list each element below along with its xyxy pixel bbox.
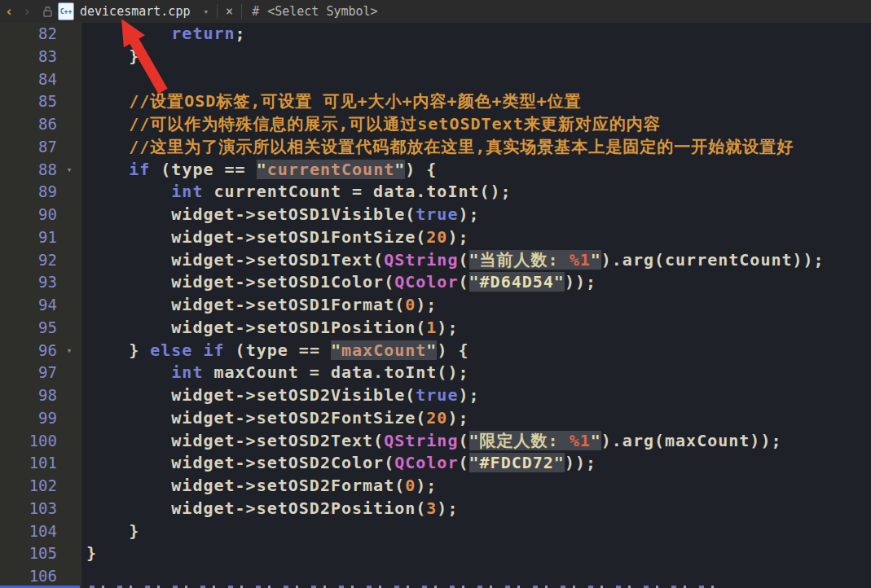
- code-line[interactable]: 92 widget->setOSD1Text(QString("当前人数: %1…: [0, 249, 871, 272]
- code-line[interactable]: 93 widget->setOSD1Color(QColor("#D64D54"…: [0, 271, 871, 294]
- fold-spacer: [57, 498, 81, 520]
- line-number[interactable]: 102: [0, 475, 57, 498]
- code-line[interactable]: 94 widget->setOSD1Format(0);: [0, 294, 871, 317]
- line-number[interactable]: 85: [0, 90, 57, 113]
- lock-icon[interactable]: [42, 6, 53, 17]
- fold-spacer: [57, 317, 81, 340]
- code-text: widget->setOSD2Position(3);: [81, 498, 871, 520]
- code-text: widget->setOSD2Visible(true);: [81, 384, 871, 407]
- line-number[interactable]: 106: [0, 565, 57, 588]
- editor-toolbar: ‹ › C++ devicesmart.cpp ▾ × # <Select Sy…: [0, 0, 871, 23]
- fold-spacer: [57, 23, 81, 46]
- line-number[interactable]: 99: [0, 407, 57, 430]
- fold-spacer: [57, 90, 81, 113]
- document-tab-filename[interactable]: devicesmart.cpp: [80, 4, 190, 19]
- forward-icon[interactable]: ›: [18, 3, 36, 20]
- code-text: int maxCount = data.toInt();: [81, 362, 871, 384]
- close-icon[interactable]: ×: [226, 4, 233, 19]
- fold-marker-icon[interactable]: ▾: [57, 340, 81, 362]
- code-editor[interactable]: 82 return;83 }8485 //设置OSD标签,可设置 可见+大小+内…: [0, 23, 871, 588]
- code-text: //这里为了演示所以相关设置代码都放在这里,真实场景基本上是固定的一开始就设置好: [81, 136, 871, 159]
- code-text: //设置OSD标签,可设置 可见+大小+内容+颜色+类型+位置: [81, 90, 871, 113]
- line-number[interactable]: 95: [0, 317, 57, 340]
- line-number[interactable]: 104: [0, 520, 57, 543]
- code-line[interactable]: 91 widget->setOSD1FontSize(20);: [0, 226, 871, 249]
- line-number[interactable]: 97: [0, 362, 57, 384]
- line-number[interactable]: 100: [0, 430, 57, 453]
- fold-spacer: [57, 430, 81, 453]
- toolbar-divider: [241, 4, 242, 19]
- line-number[interactable]: 98: [0, 384, 57, 407]
- fold-spacer: [57, 542, 81, 565]
- code-text: widget->setOSD2FontSize(20);: [81, 407, 871, 430]
- code-line[interactable]: 99 widget->setOSD2FontSize(20);: [0, 407, 871, 430]
- line-number[interactable]: 83: [0, 46, 57, 68]
- back-icon[interactable]: ‹: [0, 3, 18, 20]
- code-line[interactable]: 101 widget->setOSD2Color(QColor("#FDCD72…: [0, 452, 871, 475]
- code-line[interactable]: 88▾ if (type == "currentCount") {: [0, 159, 871, 182]
- fold-marker-icon[interactable]: ▾: [57, 159, 81, 182]
- select-symbol-dropdown[interactable]: <Select Symbol>: [267, 4, 377, 19]
- line-number[interactable]: 86: [0, 113, 57, 136]
- code-line[interactable]: 105}: [0, 542, 871, 565]
- code-line[interactable]: 82 return;: [0, 23, 871, 46]
- fold-spacer: [57, 271, 81, 294]
- code-text: [81, 565, 871, 588]
- code-text: int currentCount = data.toInt();: [81, 181, 871, 204]
- code-line[interactable]: 96▾ } else if (type == "maxCount") {: [0, 340, 871, 362]
- toolbar-divider: [217, 4, 218, 19]
- code-line[interactable]: 83 }: [0, 46, 871, 68]
- code-text: widget->setOSD1Format(0);: [81, 294, 871, 317]
- code-area[interactable]: 82 return;83 }8485 //设置OSD标签,可设置 可见+大小+内…: [0, 23, 871, 588]
- line-number[interactable]: 105: [0, 542, 57, 565]
- code-text: widget->setOSD1FontSize(20);: [81, 226, 871, 249]
- code-line[interactable]: 103 widget->setOSD2Position(3);: [0, 498, 871, 520]
- fold-spacer: [57, 136, 81, 159]
- line-number[interactable]: 88: [0, 159, 57, 182]
- line-number[interactable]: 87: [0, 136, 57, 159]
- code-line[interactable]: 98 widget->setOSD2Visible(true);: [0, 384, 871, 407]
- code-line[interactable]: 102 widget->setOSD2Format(0);: [0, 475, 871, 498]
- line-number[interactable]: 96: [0, 340, 57, 362]
- chevron-down-icon[interactable]: ▾: [203, 7, 209, 17]
- line-number[interactable]: 92: [0, 249, 57, 272]
- code-line[interactable]: 87 //这里为了演示所以相关设置代码都放在这里,真实场景基本上是固定的一开始就…: [0, 136, 871, 159]
- code-line[interactable]: 85 //设置OSD标签,可设置 可见+大小+内容+颜色+类型+位置: [0, 90, 871, 113]
- symbol-hash-icon: #: [252, 4, 259, 19]
- line-number[interactable]: 90: [0, 204, 57, 226]
- line-number[interactable]: 103: [0, 498, 57, 520]
- code-text: widget->setOSD1Text(QString("当前人数: %1").…: [81, 249, 871, 272]
- line-number[interactable]: 91: [0, 226, 57, 249]
- line-number[interactable]: 93: [0, 271, 57, 294]
- fold-spacer: [57, 46, 81, 68]
- code-line[interactable]: 84: [0, 68, 871, 91]
- code-line[interactable]: 86 //可以作为特殊信息的展示,可以通过setOSDText来更新对应的内容: [0, 113, 871, 136]
- code-line[interactable]: 106: [0, 565, 871, 588]
- code-text: } else if (type == "maxCount") {: [81, 340, 871, 362]
- fold-spacer: [57, 68, 81, 91]
- fold-spacer: [57, 226, 81, 249]
- code-line[interactable]: 89 int currentCount = data.toInt();: [0, 181, 871, 204]
- code-line[interactable]: 104 }: [0, 520, 871, 543]
- code-line[interactable]: 100 widget->setOSD2Text(QString("限定人数: %…: [0, 430, 871, 453]
- fold-spacer: [57, 204, 81, 226]
- fold-spacer: [57, 181, 81, 204]
- code-text: if (type == "currentCount") {: [81, 159, 871, 182]
- line-number[interactable]: 84: [0, 68, 57, 91]
- code-line[interactable]: 97 int maxCount = data.toInt();: [0, 362, 871, 384]
- line-number[interactable]: 89: [0, 181, 57, 204]
- code-line[interactable]: 95 widget->setOSD1Position(1);: [0, 317, 871, 340]
- code-text: //可以作为特殊信息的展示,可以通过setOSDText来更新对应的内容: [81, 113, 871, 136]
- code-text: widget->setOSD1Visible(true);: [81, 204, 871, 226]
- line-number[interactable]: 101: [0, 452, 57, 475]
- cpp-file-icon: C++: [58, 2, 74, 20]
- fold-spacer: [57, 520, 81, 543]
- code-text: widget->setOSD2Text(QString("限定人数: %1").…: [81, 430, 871, 453]
- fold-spacer: [57, 384, 81, 407]
- code-line[interactable]: 90 widget->setOSD1Visible(true);: [0, 204, 871, 226]
- code-text: }: [81, 542, 871, 565]
- fold-spacer: [57, 452, 81, 475]
- fold-spacer: [57, 249, 81, 272]
- line-number[interactable]: 82: [0, 23, 57, 46]
- line-number[interactable]: 94: [0, 294, 57, 317]
